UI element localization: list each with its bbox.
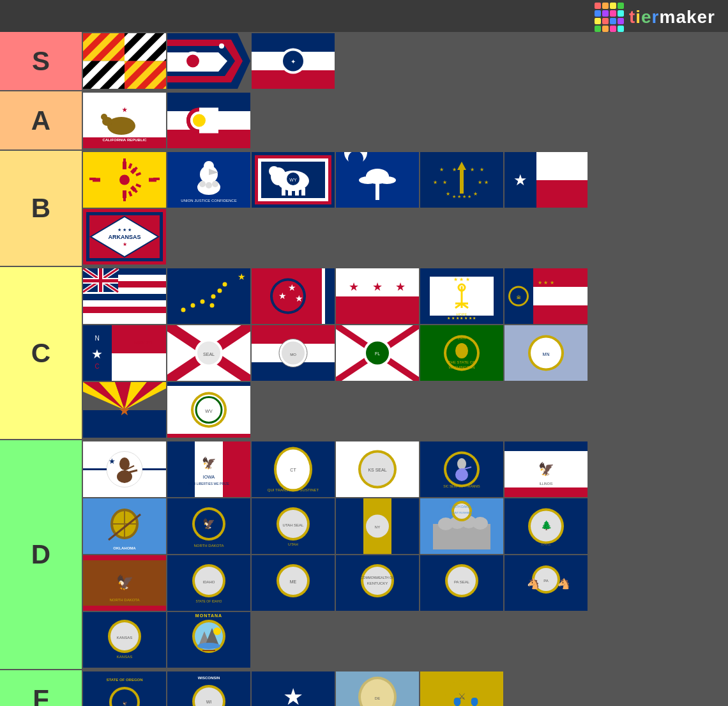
svg-text:NORTH DAKOTA: NORTH DAKOTA (193, 544, 224, 548)
flag-maryland[interactable] (83, 33, 166, 89)
svg-point-27 (101, 114, 107, 120)
flag-oklahoma[interactable]: OKLAHOMA (83, 498, 166, 554)
svg-text:WI: WI (206, 700, 212, 704)
svg-text:SIC SEMPER TYRANNIS: SIC SEMPER TYRANNIS (443, 484, 480, 488)
flag-missouri[interactable]: MO (252, 325, 335, 381)
flag-colorado[interactable] (167, 93, 250, 148)
flag-ohio[interactable] (167, 33, 250, 89)
flag-arkansas[interactable]: ARKANSAS ★ ★ ★ ★ (83, 209, 166, 265)
flag-florida[interactable]: FL (336, 325, 419, 381)
flag-maine2[interactable]: ME (252, 555, 335, 611)
svg-text:🦅: 🦅 (202, 456, 216, 470)
svg-rect-149 (336, 309, 419, 324)
flag-texas[interactable]: ★ (504, 152, 588, 208)
flag-lone-star[interactable]: ★ (252, 671, 335, 706)
svg-rect-83 (460, 168, 464, 194)
svg-text:★: ★ (123, 242, 127, 247)
flag-indiana[interactable]: ★ ★ ★ ★ ★ ★ ★ ★ ★ ★ ★ ★ ★ ★ ★ (420, 152, 503, 208)
flag-north-carolina[interactable]: ★ N C MAY 20 APR 12 (83, 325, 166, 381)
svg-point-253 (455, 468, 468, 481)
svg-rect-257 (504, 441, 588, 451)
tiermaker-logo: TiERMAKER (595, 3, 715, 32)
flag-virginia[interactable]: SIC SEMPER TYRANNIS (420, 441, 503, 497)
flag-pennsylvania-seal[interactable]: PA SEAL (420, 555, 503, 611)
svg-text:★: ★ (446, 191, 450, 197)
tier-label-d: D (0, 440, 82, 669)
flag-maine[interactable]: 🌲 MAINE (504, 498, 588, 554)
flag-west-virginia[interactable]: WV (167, 382, 250, 438)
svg-text:UNION JUSTICE CONFIDENCE: UNION JUSTICE CONFIDENCE (181, 199, 236, 203)
flag-louisiana[interactable]: UNION JUSTICE CONFIDENCE (167, 152, 250, 208)
svg-text:★: ★ (452, 167, 457, 173)
flag-idaho[interactable]: IDAHO STATE OF IDAHO (167, 555, 250, 611)
flag-kansas[interactable]: KANSAS KANSAS (83, 612, 166, 668)
svg-text:UTAH SEAL: UTAH SEAL (283, 523, 305, 527)
flag-dc[interactable]: ★ ★ ★ (336, 268, 419, 324)
flag-kentucky[interactable]: COMMONWEALTH OF KENTUCKY (336, 555, 419, 611)
tier-content-s: ✦ (82, 32, 728, 90)
flag-delaware[interactable]: DE DECEMBER 7, 1787 (336, 671, 419, 706)
svg-text:KS SEAL: KS SEAL (368, 468, 386, 472)
svg-text:★: ★ (513, 171, 527, 188)
flag-south-carolina[interactable] (336, 152, 419, 208)
flag-alaska[interactable]: ★ (167, 268, 250, 324)
tier-d-row2: OKLAHOMA 🦅 NORTH DAKOTA (83, 498, 727, 554)
svg-rect-115 (83, 307, 166, 313)
tier-content-d: ★ 🦅 IOWA OUR LIBERTIES WE PRIZE (82, 440, 728, 669)
svg-point-315 (363, 567, 391, 595)
svg-text:MO: MO (290, 353, 296, 357)
svg-text:★: ★ (91, 347, 103, 361)
flag-new-york[interactable]: NY (336, 498, 419, 554)
flag-connecticut[interactable]: CT QUI TRANSTULIT SUSTINET (252, 441, 335, 497)
svg-text:SOUTH DAKOTA: SOUTH DAKOTA (449, 505, 474, 509)
flag-hawaii[interactable] (83, 268, 166, 324)
svg-text:QUI TRANSTULIT SUSTINET: QUI TRANSTULIT SUSTINET (268, 488, 319, 492)
logo-cell (618, 18, 624, 24)
flag-alabama[interactable]: SEAL (167, 325, 250, 381)
svg-text:APR 12: APR 12 (134, 359, 152, 365)
logo-cell (595, 26, 601, 32)
flag-tennessee[interactable]: ★ ★ ★ (252, 268, 335, 324)
svg-point-70 (269, 166, 279, 176)
montana-label: MONTANA (167, 613, 250, 618)
flag-massachusetts[interactable]: ★ (83, 441, 166, 497)
flag-illinois[interactable]: 🦅 ILLINOIS (504, 441, 588, 497)
flag-new-mexico[interactable] (83, 152, 166, 208)
logo-cell (618, 3, 624, 9)
flag-pennsylvania[interactable]: 🐴 🐴 PA (504, 555, 588, 611)
flag-california[interactable]: ★ CALIFORNIA REPUBLIC (83, 93, 166, 148)
svg-rect-234 (167, 441, 195, 497)
tier-row-a: A ★ CALIFORNIA REPUBLIC (0, 91, 728, 151)
flag-utah[interactable]: UTAH SEAL UTAH (252, 498, 335, 554)
flag-oregon[interactable]: STATE OF OREGON 🦅 1859 (83, 671, 166, 706)
svg-text:★   ★   ★: ★ ★ ★ (118, 227, 132, 232)
flag-new-jersey[interactable]: ⚔ 👤 👤 (420, 671, 503, 706)
flag-arizona[interactable]: ★ (83, 382, 166, 438)
flag-south-dakota[interactable]: SOUTH DAKOTA MOUNT RUSHMORE (420, 498, 503, 554)
flag-wyoming[interactable]: WY (252, 152, 335, 208)
flag-north-dakota2[interactable]: 🦅 NORTH DAKOTA (83, 555, 166, 611)
svg-text:MN: MN (543, 352, 550, 357)
svg-rect-7 (125, 61, 166, 89)
svg-rect-137 (322, 268, 325, 324)
flag-kansas-seal1[interactable]: KS SEAL (336, 441, 419, 497)
svg-rect-4 (83, 33, 125, 61)
flag-north-dakota[interactable]: 🦅 NORTH DAKOTA (167, 498, 250, 554)
svg-text:🐴: 🐴 (527, 578, 540, 590)
svg-text:★: ★ (288, 282, 296, 293)
flag-minnesota[interactable]: MN (504, 325, 588, 381)
flag-georgia[interactable]: 🏛 ★ ★ ★ (504, 268, 588, 324)
flag-montana[interactable]: MONTANA (167, 612, 250, 668)
flag-iowa[interactable]: 🦅 IOWA OUR LIBERTIES WE PRIZE (167, 441, 250, 497)
flag-rhode-island[interactable]: ★ ★ ★ HOPE ★ ★ ★ ★ ★ ★ ★ (420, 268, 503, 324)
svg-text:SEAL: SEAL (203, 352, 215, 357)
flag-wisconsin[interactable]: WISCONSIN WI 1848 (167, 671, 250, 706)
flag-mississippi[interactable]: ✦ (252, 33, 335, 89)
svg-point-132 (218, 289, 222, 293)
svg-rect-73 (295, 188, 299, 196)
svg-rect-113 (83, 294, 166, 300)
svg-text:★: ★ (372, 280, 383, 293)
svg-text:★: ★ (478, 180, 482, 185)
svg-point-252 (457, 458, 466, 470)
flag-washington[interactable]: THE STATE OF WASHINGTON 1889 (420, 325, 503, 381)
